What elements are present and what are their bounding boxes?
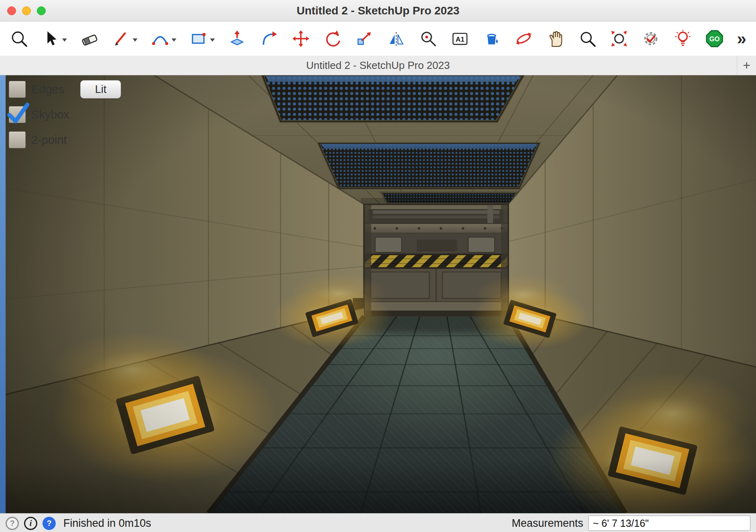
help-icon[interactable]: ? <box>42 517 56 530</box>
chevron-down-icon[interactable] <box>62 38 67 42</box>
two-point-checkbox[interactable] <box>9 131 26 148</box>
flip-tool-button[interactable] <box>387 29 406 48</box>
measurements-label: Measurements <box>511 517 583 530</box>
edges-checkbox[interactable] <box>9 81 26 98</box>
title-bar: Untitled 2 - SketchUp Pro 2023 <box>0 0 756 22</box>
shadows-button[interactable] <box>673 29 692 48</box>
window-title: Untitled 2 - SketchUp Pro 2023 <box>0 4 756 17</box>
svg-text:A1: A1 <box>455 35 465 43</box>
chevron-down-icon[interactable] <box>133 38 137 42</box>
go-button[interactable]: GO <box>705 29 724 48</box>
toolbar-overflow-button[interactable]: » <box>737 30 746 47</box>
tape-measure-icon <box>419 29 438 48</box>
checkmark-icon <box>6 101 30 125</box>
edges-row: Edges Lit <box>9 80 121 99</box>
paint-bucket-tool-button[interactable] <box>482 29 501 48</box>
text-tool-button[interactable]: A1 <box>451 29 469 48</box>
pan-tool-button[interactable] <box>546 29 565 48</box>
select-tool-button[interactable] <box>41 29 67 48</box>
eraser-tool-button[interactable] <box>80 29 99 48</box>
measurements-input[interactable] <box>588 516 750 531</box>
zoom-extents-tool-button[interactable] <box>610 29 629 48</box>
search-tool-button[interactable] <box>10 29 28 48</box>
info-icon[interactable]: i <box>24 517 37 530</box>
paint-bucket-icon <box>482 29 501 48</box>
orbit-icon <box>514 29 533 48</box>
svg-text:GO: GO <box>710 35 720 42</box>
arc-icon <box>151 29 170 48</box>
zoom-tool-button[interactable] <box>578 29 597 48</box>
skybox-row: Skybox <box>9 105 121 124</box>
scale-icon <box>355 29 374 48</box>
skybox-label: Skybox <box>31 108 69 121</box>
styles-button[interactable] <box>641 29 660 48</box>
zoom-icon <box>578 29 597 48</box>
push-pull-tool-button[interactable] <box>228 29 247 48</box>
styles-gear-check-icon <box>641 29 660 48</box>
minimize-button[interactable] <box>22 6 31 15</box>
model-info-icon[interactable]: ? <box>6 517 19 530</box>
line-tool-button[interactable] <box>112 29 137 48</box>
chevron-down-icon[interactable] <box>210 38 215 42</box>
move-icon <box>291 29 310 48</box>
tab-bar: Untitled 2 - SketchUp Pro 2023 + <box>0 56 756 75</box>
rotate-tool-button[interactable] <box>323 29 342 48</box>
move-tool-button[interactable] <box>291 29 310 48</box>
add-tab-button[interactable]: + <box>737 56 756 75</box>
traffic-lights <box>7 0 46 21</box>
rectangle-icon <box>189 29 208 48</box>
skybox-checkbox[interactable] <box>9 106 26 123</box>
flip-icon <box>387 29 406 48</box>
viewport: Edges Lit Skybox 2-point <box>0 75 756 513</box>
line-pencil-icon <box>112 29 131 48</box>
follow-me-icon <box>260 29 279 48</box>
tape-measure-tool-button[interactable] <box>419 29 438 48</box>
chevron-down-icon[interactable] <box>172 38 176 42</box>
two-point-label: 2-point <box>31 133 67 147</box>
close-button[interactable] <box>7 6 16 15</box>
two-point-row: 2-point <box>9 131 121 149</box>
style-options-overlay: Edges Lit Skybox 2-point <box>9 80 121 149</box>
push-pull-icon <box>228 29 247 48</box>
select-arrow-icon <box>41 29 60 48</box>
scale-tool-button[interactable] <box>355 29 374 48</box>
text-label-icon: A1 <box>451 29 469 48</box>
rectangle-tool-button[interactable] <box>189 29 215 48</box>
toolbar: A1 GO » <box>0 22 756 56</box>
edges-label: Edges <box>31 83 64 96</box>
fullscreen-button[interactable] <box>37 6 46 15</box>
status-bar: ? i ? Finished in 0m10s Measurements <box>0 513 756 532</box>
status-message: Finished in 0m10s <box>63 517 151 530</box>
lightbulb-icon <box>673 29 692 48</box>
overflow-chevrons-icon: » <box>737 30 746 47</box>
pan-hand-icon <box>546 29 565 48</box>
sketchup-window: Untitled 2 - SketchUp Pro 2023 <box>0 0 756 532</box>
rotate-icon <box>323 29 342 48</box>
desktop-strip <box>0 75 6 513</box>
zoom-extents-icon <box>610 29 629 48</box>
search-icon <box>10 29 28 48</box>
arc-tool-button[interactable] <box>151 29 176 48</box>
tab-title[interactable]: Untitled 2 - SketchUp Pro 2023 <box>0 59 756 72</box>
orbit-tool-button[interactable] <box>514 29 533 48</box>
eraser-icon <box>80 29 99 48</box>
lit-button[interactable]: Lit <box>80 80 121 99</box>
go-stop-sign-icon: GO <box>705 29 724 48</box>
follow-me-tool-button[interactable] <box>260 29 279 48</box>
